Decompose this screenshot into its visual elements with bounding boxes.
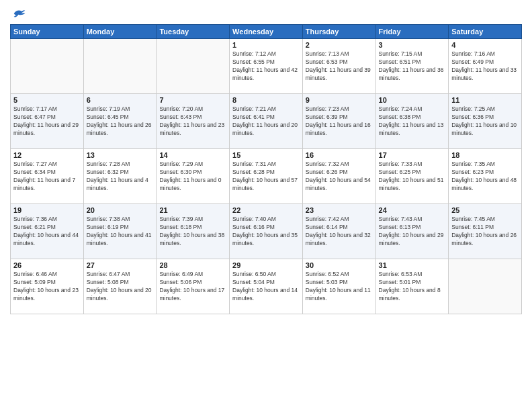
calendar-cell: 27Sunrise: 6:47 AM Sunset: 5:08 PM Dayli…	[83, 259, 157, 314]
calendar-cell: 8Sunrise: 7:21 AM Sunset: 6:41 PM Daylig…	[230, 94, 303, 149]
day-number: 1	[232, 41, 300, 49]
calendar-cell: 26Sunrise: 6:46 AM Sunset: 5:09 PM Dayli…	[11, 259, 84, 314]
day-number: 23	[306, 206, 373, 214]
day-info: Sunrise: 7:16 AM Sunset: 6:49 PM Dayligh…	[451, 50, 519, 83]
weekday-header-thursday: Thursday	[302, 25, 375, 39]
day-number: 7	[159, 96, 226, 104]
day-info: Sunrise: 7:25 AM Sunset: 6:36 PM Dayligh…	[451, 105, 519, 138]
calendar-cell: 22Sunrise: 7:40 AM Sunset: 6:16 PM Dayli…	[230, 204, 303, 259]
day-info: Sunrise: 7:40 AM Sunset: 6:16 PM Dayligh…	[232, 216, 300, 248]
day-number: 13	[87, 151, 154, 159]
day-number: 6	[87, 96, 154, 104]
calendar-cell: 21Sunrise: 7:39 AM Sunset: 6:18 PM Dayli…	[157, 204, 230, 259]
day-number: 22	[232, 206, 300, 214]
day-number: 16	[306, 151, 373, 159]
day-number: 10	[379, 96, 446, 104]
calendar-cell	[11, 39, 84, 94]
day-number: 31	[379, 261, 446, 269]
day-info: Sunrise: 7:36 AM Sunset: 6:21 PM Dayligh…	[13, 216, 81, 248]
day-number: 19	[13, 206, 81, 214]
calendar-cell: 18Sunrise: 7:35 AM Sunset: 6:23 PM Dayli…	[449, 149, 522, 204]
day-number: 2	[306, 41, 373, 49]
day-info: Sunrise: 7:15 AM Sunset: 6:51 PM Dayligh…	[379, 50, 446, 83]
calendar-cell	[449, 259, 522, 314]
calendar-week-row: 19Sunrise: 7:36 AM Sunset: 6:21 PM Dayli…	[11, 204, 522, 259]
weekday-header-monday: Monday	[83, 25, 157, 39]
day-number: 28	[159, 261, 226, 269]
day-info: Sunrise: 7:39 AM Sunset: 6:18 PM Dayligh…	[159, 216, 226, 248]
day-number: 5	[13, 96, 81, 104]
weekday-header-saturday: Saturday	[449, 25, 522, 39]
day-number: 3	[379, 41, 446, 49]
calendar-cell: 15Sunrise: 7:31 AM Sunset: 6:28 PM Dayli…	[230, 149, 303, 204]
calendar-cell: 9Sunrise: 7:23 AM Sunset: 6:39 PM Daylig…	[302, 94, 375, 149]
day-number: 17	[379, 151, 446, 159]
day-info: Sunrise: 7:13 AM Sunset: 6:53 PM Dayligh…	[306, 50, 373, 83]
day-info: Sunrise: 7:31 AM Sunset: 6:28 PM Dayligh…	[232, 161, 300, 193]
day-number: 29	[232, 261, 300, 269]
calendar-cell: 6Sunrise: 7:19 AM Sunset: 6:45 PM Daylig…	[83, 94, 157, 149]
calendar-cell: 17Sunrise: 7:33 AM Sunset: 6:25 PM Dayli…	[375, 149, 449, 204]
calendar-cell: 24Sunrise: 7:43 AM Sunset: 6:13 PM Dayli…	[375, 204, 449, 259]
day-info: Sunrise: 7:23 AM Sunset: 6:39 PM Dayligh…	[306, 105, 373, 138]
day-info: Sunrise: 7:33 AM Sunset: 6:25 PM Dayligh…	[379, 161, 446, 193]
day-info: Sunrise: 7:38 AM Sunset: 6:19 PM Dayligh…	[87, 216, 154, 248]
day-number: 14	[159, 151, 226, 159]
page: SundayMondayTuesdayWednesdayThursdayFrid…	[0, 0, 532, 411]
logo	[10, 7, 28, 20]
day-info: Sunrise: 6:53 AM Sunset: 5:01 PM Dayligh…	[379, 271, 446, 303]
calendar-cell: 11Sunrise: 7:25 AM Sunset: 6:36 PM Dayli…	[449, 94, 522, 149]
weekday-header-tuesday: Tuesday	[157, 25, 230, 39]
day-info: Sunrise: 7:12 AM Sunset: 6:55 PM Dayligh…	[232, 50, 300, 83]
calendar-table: SundayMondayTuesdayWednesdayThursdayFrid…	[10, 24, 522, 314]
weekday-header-friday: Friday	[375, 25, 449, 39]
calendar-cell: 30Sunrise: 6:52 AM Sunset: 5:03 PM Dayli…	[302, 259, 375, 314]
weekday-header-row: SundayMondayTuesdayWednesdayThursdayFrid…	[11, 25, 522, 39]
day-info: Sunrise: 7:21 AM Sunset: 6:41 PM Dayligh…	[232, 105, 300, 138]
calendar-week-row: 1Sunrise: 7:12 AM Sunset: 6:55 PM Daylig…	[11, 39, 522, 94]
calendar-cell: 16Sunrise: 7:32 AM Sunset: 6:26 PM Dayli…	[302, 149, 375, 204]
weekday-header-sunday: Sunday	[11, 25, 84, 39]
calendar-cell: 2Sunrise: 7:13 AM Sunset: 6:53 PM Daylig…	[302, 39, 375, 94]
logo-bird-icon	[13, 7, 26, 20]
calendar-week-row: 26Sunrise: 6:46 AM Sunset: 5:09 PM Dayli…	[11, 259, 522, 314]
day-number: 25	[451, 206, 519, 214]
day-info: Sunrise: 7:43 AM Sunset: 6:13 PM Dayligh…	[379, 216, 446, 248]
calendar-cell: 10Sunrise: 7:24 AM Sunset: 6:38 PM Dayli…	[375, 94, 449, 149]
calendar-cell: 1Sunrise: 7:12 AM Sunset: 6:55 PM Daylig…	[230, 39, 303, 94]
day-number: 20	[87, 206, 154, 214]
calendar-cell: 3Sunrise: 7:15 AM Sunset: 6:51 PM Daylig…	[375, 39, 449, 94]
day-info: Sunrise: 7:20 AM Sunset: 6:43 PM Dayligh…	[159, 105, 226, 138]
day-info: Sunrise: 7:19 AM Sunset: 6:45 PM Dayligh…	[87, 105, 154, 138]
calendar-week-row: 5Sunrise: 7:17 AM Sunset: 6:47 PM Daylig…	[11, 94, 522, 149]
calendar-week-row: 12Sunrise: 7:27 AM Sunset: 6:34 PM Dayli…	[11, 149, 522, 204]
day-number: 15	[232, 151, 300, 159]
day-number: 12	[13, 151, 81, 159]
calendar-cell: 31Sunrise: 6:53 AM Sunset: 5:01 PM Dayli…	[375, 259, 449, 314]
calendar-cell: 4Sunrise: 7:16 AM Sunset: 6:49 PM Daylig…	[449, 39, 522, 94]
calendar-cell: 23Sunrise: 7:42 AM Sunset: 6:14 PM Dayli…	[302, 204, 375, 259]
day-info: Sunrise: 6:52 AM Sunset: 5:03 PM Dayligh…	[306, 271, 373, 303]
calendar-cell: 29Sunrise: 6:50 AM Sunset: 5:04 PM Dayli…	[230, 259, 303, 314]
calendar-cell: 20Sunrise: 7:38 AM Sunset: 6:19 PM Dayli…	[83, 204, 157, 259]
calendar-cell: 19Sunrise: 7:36 AM Sunset: 6:21 PM Dayli…	[11, 204, 84, 259]
day-number: 9	[306, 96, 373, 104]
day-info: Sunrise: 6:47 AM Sunset: 5:08 PM Dayligh…	[87, 271, 154, 303]
day-number: 8	[232, 96, 300, 104]
day-info: Sunrise: 7:32 AM Sunset: 6:26 PM Dayligh…	[306, 161, 373, 193]
day-info: Sunrise: 7:45 AM Sunset: 6:11 PM Dayligh…	[451, 216, 519, 248]
calendar-cell: 14Sunrise: 7:29 AM Sunset: 6:30 PM Dayli…	[157, 149, 230, 204]
calendar-cell	[157, 39, 230, 94]
header	[10, 7, 522, 20]
day-number: 18	[451, 151, 519, 159]
calendar-cell: 5Sunrise: 7:17 AM Sunset: 6:47 PM Daylig…	[11, 94, 84, 149]
calendar-cell: 28Sunrise: 6:49 AM Sunset: 5:06 PM Dayli…	[157, 259, 230, 314]
calendar-cell: 7Sunrise: 7:20 AM Sunset: 6:43 PM Daylig…	[157, 94, 230, 149]
calendar-cell	[83, 39, 157, 94]
day-info: Sunrise: 7:42 AM Sunset: 6:14 PM Dayligh…	[306, 216, 373, 248]
day-info: Sunrise: 7:17 AM Sunset: 6:47 PM Dayligh…	[13, 105, 81, 138]
day-number: 27	[87, 261, 154, 269]
day-info: Sunrise: 7:27 AM Sunset: 6:34 PM Dayligh…	[13, 161, 81, 193]
day-info: Sunrise: 6:50 AM Sunset: 5:04 PM Dayligh…	[232, 271, 300, 303]
weekday-header-wednesday: Wednesday	[230, 25, 303, 39]
